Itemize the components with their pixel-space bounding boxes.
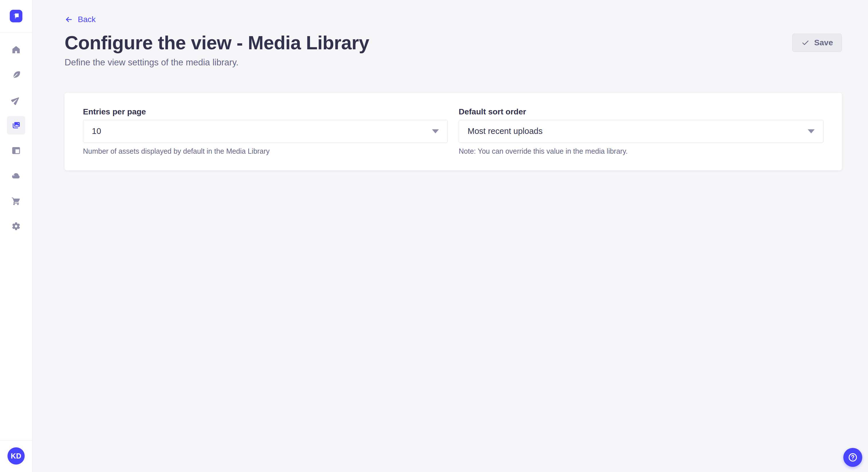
help-icon [848, 452, 858, 463]
sidebar-item-home[interactable] [7, 40, 25, 59]
sidebar-item-content-manager[interactable] [7, 66, 25, 84]
main-content: Back Configure the view - Media Library … [32, 0, 868, 472]
sidebar-item-marketplace[interactable] [7, 192, 25, 210]
sidebar-item-cloud[interactable] [7, 167, 25, 185]
sidebar-item-media-library[interactable] [7, 116, 25, 134]
field-entries-per-page: Entries per page 10 Number of assets dis… [83, 107, 448, 156]
field-label: Entries per page [83, 107, 448, 116]
back-link[interactable]: Back [65, 15, 96, 24]
page-subtitle: Define the view settings of the media li… [65, 57, 842, 68]
workspace-logo[interactable] [0, 0, 32, 32]
help-button[interactable] [843, 448, 862, 467]
save-button[interactable]: Save [792, 34, 842, 52]
chevron-down-icon [432, 129, 439, 133]
sidebar-item-content-type-builder[interactable] [7, 141, 25, 160]
entries-per-page-select[interactable]: 10 [83, 120, 448, 143]
field-default-sort-order: Default sort order Most recent uploads N… [459, 107, 824, 156]
default-sort-order-select[interactable]: Most recent uploads [459, 120, 824, 143]
select-value: 10 [92, 127, 432, 136]
page-title: Configure the view - Media Library [65, 32, 369, 53]
user-avatar[interactable]: KD [7, 447, 25, 465]
sidebar-item-settings[interactable] [7, 217, 25, 235]
arrow-left-icon [65, 15, 73, 24]
home-icon [11, 45, 21, 55]
field-hint: Number of assets displayed by default in… [83, 147, 448, 156]
save-label: Save [814, 38, 833, 47]
strapi-logo-icon [10, 10, 22, 22]
sidebar: KD [0, 0, 32, 472]
gear-icon [11, 222, 21, 231]
media-library-icon [11, 121, 21, 130]
check-icon [801, 38, 810, 47]
chevron-down-icon [808, 129, 815, 133]
shopping-cart-icon [11, 196, 21, 206]
paper-plane-icon [11, 95, 21, 105]
back-label: Back [78, 15, 96, 24]
layout-icon [11, 146, 21, 156]
sidebar-footer: KD [0, 440, 32, 472]
settings-card: Entries per page 10 Number of assets dis… [65, 93, 842, 170]
sidebar-nav [7, 32, 25, 235]
sidebar-item-releases[interactable] [7, 91, 25, 109]
field-hint: Note: You can override this value in the… [459, 147, 824, 156]
page-header: Configure the view - Media Library Save [65, 32, 842, 53]
field-label: Default sort order [459, 107, 824, 116]
feather-icon [11, 70, 21, 80]
cloud-icon [11, 171, 21, 181]
select-value: Most recent uploads [468, 127, 808, 136]
